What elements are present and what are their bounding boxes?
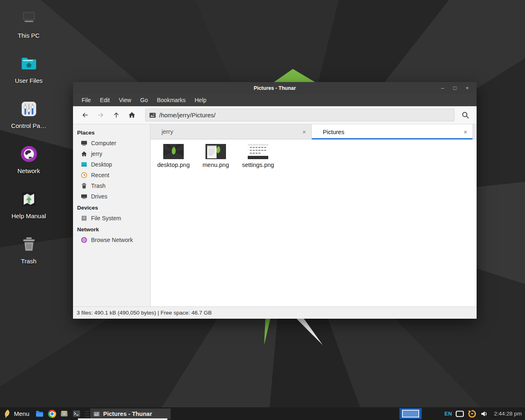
menu-view[interactable]: View: [114, 94, 136, 106]
minimize-button[interactable]: –: [438, 85, 447, 91]
manual-book-icon: [19, 189, 39, 209]
taskbar-window-button[interactable]: Pictures - Thunar: [90, 409, 171, 419]
home-button[interactable]: [124, 108, 139, 122]
image-folder-icon: [149, 112, 156, 118]
image-thumbnail: [163, 144, 184, 159]
active-workspace: [402, 410, 419, 418]
desktop-icon-trash[interactable]: Trash: [6, 235, 52, 276]
tab-jerry[interactable]: jerry ×: [151, 124, 312, 139]
launcher-chrome[interactable]: [46, 407, 58, 420]
recent-clock-icon: [81, 172, 87, 178]
path-bar[interactable]: /home/jerry/Pictures/: [145, 109, 454, 121]
computer-icon: [81, 140, 87, 146]
forward-button[interactable]: [93, 108, 108, 122]
titlebar[interactable]: Pictures - Thunar – □ ×: [73, 82, 477, 94]
tab-bar-filler: [473, 124, 477, 139]
tab-label: jerry: [151, 128, 173, 135]
sidebar-item-label: jerry: [91, 151, 102, 157]
launcher-file-manager[interactable]: [34, 407, 46, 420]
display-settings-tray-icon[interactable]: [456, 411, 464, 417]
speaker-icon: [480, 410, 488, 418]
start-menu-button[interactable]: Menu: [0, 407, 34, 420]
sidebar-item-label: Computer: [91, 140, 116, 146]
menu-go[interactable]: Go: [136, 94, 153, 106]
arrow-right-icon: [97, 111, 105, 119]
file-name: menu.png: [203, 162, 229, 168]
back-button[interactable]: [77, 108, 93, 122]
window-body: Places Computer jerry Desktop: [73, 124, 477, 306]
workspace-switcher[interactable]: [399, 408, 422, 419]
home-folder-icon: [19, 54, 39, 73]
up-button[interactable]: [108, 108, 124, 122]
status-text: 3 files: 490.1 kB (490,050 bytes) | Free…: [77, 310, 212, 316]
sidebar-header-places: Places: [73, 127, 150, 138]
tab-bar: jerry × Pictures ×: [151, 124, 477, 139]
taskbar-window-label: Pictures - Thunar: [103, 411, 152, 417]
sidebar-item-drives[interactable]: Drives: [73, 191, 150, 202]
sidebar-item-desktop[interactable]: Desktop: [73, 159, 150, 170]
sidebar-item-browse-network[interactable]: Browse Network: [73, 235, 150, 245]
desktop-icon-label: Trash: [21, 258, 37, 265]
window-controls: – □ ×: [438, 85, 477, 91]
maximize-button[interactable]: □: [450, 85, 459, 91]
desktop-icon-label: This PC: [18, 32, 39, 39]
tab-close-icon[interactable]: ×: [302, 129, 306, 135]
status-bar: 3 files: 490.1 kB (490,050 bytes) | Free…: [73, 306, 477, 319]
sidebar-item-label: Recent: [91, 172, 109, 178]
volume-tray-icon[interactable]: [480, 410, 488, 418]
search-button[interactable]: [458, 108, 472, 122]
file-name: settings.png: [242, 162, 274, 168]
home-icon: [128, 111, 136, 119]
file-view[interactable]: desktop.png: [151, 139, 477, 306]
keyboard-layout-indicator[interactable]: EN: [444, 411, 452, 417]
sidebar-item-label: Drives: [91, 193, 107, 200]
active-task-indicator: [78, 418, 167, 420]
tab-label: Pictures: [312, 129, 344, 135]
start-menu-label: Menu: [14, 410, 30, 417]
menu-file[interactable]: File: [77, 94, 96, 106]
desktop-icon-label: Network: [17, 167, 40, 174]
menu-bookmarks[interactable]: Bookmarks: [152, 94, 190, 106]
desktop-icon-user-files[interactable]: User Files: [6, 54, 52, 95]
window-image-icon: [94, 411, 100, 417]
file-menu-png[interactable]: menu.png: [195, 143, 236, 168]
sidebar-item-trash[interactable]: Trash: [73, 180, 150, 191]
system-tray: EN 2:44:28 pm: [399, 408, 525, 419]
file-manager-icon: [35, 409, 44, 418]
launcher-archive-manager[interactable]: [58, 407, 71, 420]
sidebar-item-label: File System: [91, 215, 121, 221]
trash-icon: [81, 183, 87, 189]
file-desktop-png[interactable]: desktop.png: [153, 143, 194, 168]
update-manager-tray-icon[interactable]: [468, 409, 477, 418]
display-icon: [456, 411, 464, 417]
current-path[interactable]: /home/jerry/Pictures/: [159, 112, 216, 119]
terminal-icon: [72, 409, 81, 418]
menu-help[interactable]: Help: [190, 94, 211, 106]
tab-close-icon[interactable]: ×: [463, 129, 467, 135]
tasklist-handle[interactable]: [85, 410, 89, 418]
desktop-icon-network[interactable]: Network: [6, 144, 52, 185]
feather-logo-icon: [3, 409, 11, 418]
update-refresh-icon: [468, 409, 477, 418]
search-icon: [461, 111, 470, 119]
desktop-icon-label: Help Manual: [11, 212, 46, 219]
desktop-icon-column: This PC User Files Control Pa…: [6, 9, 52, 276]
desktop-icon-help-manual[interactable]: Help Manual: [6, 189, 52, 231]
menu-edit[interactable]: Edit: [96, 94, 114, 106]
desktop-icon-this-pc[interactable]: This PC: [6, 9, 52, 50]
image-thumbnail: [205, 144, 226, 159]
trash-can-icon: [19, 235, 39, 254]
sidebar-item-computer[interactable]: Computer: [73, 138, 150, 148]
taskbar-clock[interactable]: 2:44:28 pm: [492, 411, 523, 417]
sidebar-item-recent[interactable]: Recent: [73, 170, 150, 180]
main-pane: jerry × Pictures × desktop.png: [151, 124, 477, 306]
sidebar-item-jerry[interactable]: jerry: [73, 148, 150, 159]
sidebar-item-file-system[interactable]: File System: [73, 213, 150, 224]
desktop-icon-control-panel[interactable]: Control Pa…: [6, 99, 52, 140]
sidebar: Places Computer jerry Desktop: [73, 124, 151, 306]
menubar: File Edit View Go Bookmarks Help: [73, 94, 477, 106]
file-settings-png[interactable]: settings.png: [237, 143, 278, 168]
close-button[interactable]: ×: [463, 85, 472, 91]
tab-pictures[interactable]: Pictures ×: [312, 124, 473, 139]
arrow-left-icon: [81, 111, 89, 119]
